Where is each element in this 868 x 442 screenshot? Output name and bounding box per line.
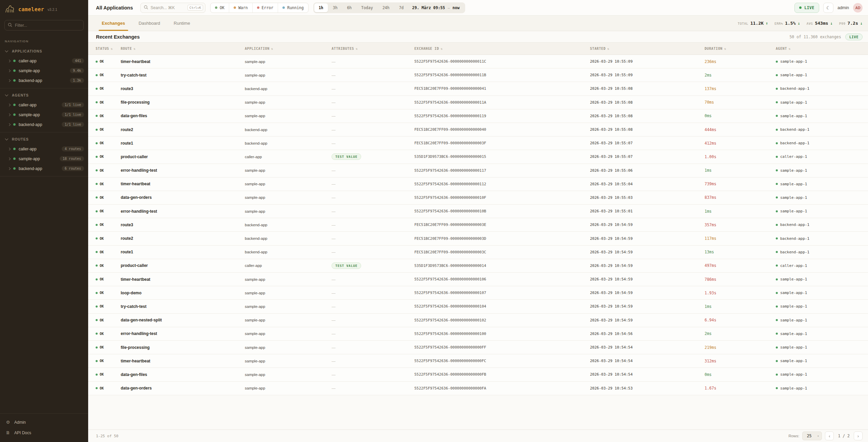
time-range-1h[interactable]: 1h <box>314 3 328 12</box>
table-row[interactable]: OKdata-gen-filessample-app—5522F5F975426… <box>88 109 868 123</box>
theme-toggle-button[interactable]: ☾ <box>823 3 833 13</box>
prev-page-button[interactable]: ‹ <box>825 432 834 440</box>
time-range-today[interactable]: Today <box>357 3 377 12</box>
sidebar-footer-api-docs[interactable]: 🗎API Docs <box>0 427 88 438</box>
table-row[interactable]: OKtry-catch-testsample-app—5522F5F975426… <box>88 300 868 313</box>
status-filter-warn[interactable]: Warn <box>229 3 253 13</box>
table-row[interactable]: OKroute3backend-app—FEC51BC20E7FF09-0000… <box>88 218 868 232</box>
agent-dot-icon <box>776 115 778 117</box>
column-header-attributes[interactable]: ATTRIBUTES⇅ <box>332 47 414 50</box>
status-filter-running[interactable]: Running <box>278 3 308 13</box>
tab-exchanges[interactable]: Exchanges <box>96 16 131 31</box>
next-page-button[interactable]: › <box>854 432 863 440</box>
sidebar-item-sample-app[interactable]: sample-app18 routes <box>0 154 88 164</box>
rows-per-page-label: Rows: <box>788 434 799 438</box>
table-row[interactable]: OKdata-gen-nested-splitsample-app—5522F5… <box>88 314 868 327</box>
tab-dashboard[interactable]: Dashboard <box>133 16 166 31</box>
cell-duration: 236ms <box>705 59 776 64</box>
live-toggle-button[interactable]: LIVE <box>794 3 819 13</box>
status-dot-icon <box>96 74 98 76</box>
table-row[interactable]: OKerror-handling-testsample-app—5522F5F9… <box>88 327 868 341</box>
table-row[interactable]: OKtimer-heartbeatsample-app—5522F5F97542… <box>88 55 868 68</box>
table-row[interactable]: OKtimer-heartbeatsample-app—5522F5F97542… <box>88 273 868 286</box>
status-label: OK <box>100 196 104 199</box>
cell-started: 2026-03-29 10:54:59 <box>590 291 705 295</box>
column-header-status[interactable]: STATUS⇅ <box>96 47 121 50</box>
status-dot-icon <box>96 101 98 103</box>
cell-application: sample-app <box>245 182 332 186</box>
time-range-6h[interactable]: 6h <box>342 3 356 12</box>
time-range-7d[interactable]: 7d <box>395 3 408 12</box>
sidebar-filter-input[interactable] <box>4 20 84 30</box>
sidebar-item-backend-app[interactable]: backend-app6 routes <box>0 164 88 173</box>
sidebar-item-caller-app[interactable]: caller-app4 routes <box>0 144 88 154</box>
table-row[interactable]: OKroute1backend-app—FEC51BC20E7FF09-0000… <box>88 136 868 150</box>
table-row[interactable]: OKdata-gen-filessample-app—5522F5F975426… <box>88 368 868 381</box>
column-header-application[interactable]: APPLICATION⇅ <box>245 47 332 50</box>
status-filter-label: Warn <box>238 5 248 10</box>
table-row[interactable]: OKproduct-callercaller-appTEST VALUE535D… <box>88 259 868 273</box>
date-from: 29. März 09:55 <box>412 5 445 10</box>
table-row[interactable]: OKroute2backend-app—FEC51BC20E7FF09-0000… <box>88 232 868 245</box>
table-row[interactable]: OKroute2backend-app—FEC51BC20E7FF09-0000… <box>88 123 868 136</box>
time-range-3h[interactable]: 3h <box>329 3 342 12</box>
sidebar-item-backend-app[interactable]: backend-app1/1 live <box>0 120 88 129</box>
cell-duration: 444ms <box>705 127 776 132</box>
agent-label: sample-app-1 <box>780 291 807 295</box>
time-range-24h[interactable]: 24h <box>378 3 394 12</box>
status-dot-icon <box>13 69 16 72</box>
app-logo[interactable]: cameleer v3.2.1 <box>0 0 88 17</box>
sidebar-item-caller-app[interactable]: caller-app441 <box>0 56 88 66</box>
table-row[interactable]: OKroute3backend-app—FEC51BC20E7FF09-0000… <box>88 82 868 96</box>
nav-section-header-applications[interactable]: APPLICATIONS <box>0 44 88 56</box>
column-header-exchange-id[interactable]: EXCHANGE ID⇅ <box>414 47 590 50</box>
table-row[interactable]: OKproduct-callercaller-appTEST VALUE535D… <box>88 150 868 164</box>
sidebar-item-sample-app[interactable]: sample-app9.4k <box>0 66 88 76</box>
search-box[interactable]: Ctrl+K <box>140 3 205 13</box>
table-row[interactable]: OKtry-catch-testsample-app—5522F5F975426… <box>88 68 868 82</box>
table-row[interactable]: OKdata-gen-orderssample-app—5522F5F97542… <box>88 382 868 395</box>
live-status-badge: LIVE <box>845 34 863 40</box>
cell-duration: 13ms <box>705 250 776 254</box>
table-row[interactable]: OKerror-handling-testsample-app—5522F5F9… <box>88 205 868 218</box>
table-row[interactable]: OKtimer-heartbeatsample-app—5522F5F97542… <box>88 354 868 368</box>
nav-section-header-routes[interactable]: ROUTES <box>0 132 88 144</box>
cell-started: 2026-03-29 10:54:59 <box>590 318 705 322</box>
agent-label: caller-app-1 <box>780 154 807 159</box>
table-row[interactable]: OKloop-demosample-app—5522F5F97542636-00… <box>88 286 868 300</box>
sidebar-item-sample-app[interactable]: sample-app1/1 live <box>0 110 88 120</box>
table-row[interactable]: OKfile-processingsample-app—5522F5F97542… <box>88 96 868 109</box>
status-filter-error[interactable]: Error <box>253 3 278 13</box>
agent-label: sample-app-1 <box>780 182 807 186</box>
cell-attributes: — <box>332 209 414 213</box>
table-row[interactable]: OKroute1backend-app—FEC51BC20E7FF09-0000… <box>88 246 868 259</box>
cell-application: backend-app <box>245 223 332 227</box>
agent-label: sample-app-1 <box>780 345 807 350</box>
sidebar-footer-admin[interactable]: ⚙Admin <box>0 417 88 427</box>
avatar[interactable]: AD <box>853 3 863 13</box>
tab-runtime[interactable]: Runtime <box>168 16 196 31</box>
cell-started: 2026-03-29 10:55:03 <box>590 195 705 200</box>
chevron-right-icon <box>8 147 11 150</box>
status-dot-icon <box>96 374 98 376</box>
cell-exchange-id: 5522F5F97542636-00000000000000FB <box>414 372 590 377</box>
status-filter-ok[interactable]: OK <box>211 3 229 13</box>
chevron-right-icon <box>8 157 11 160</box>
sidebar-item-caller-app[interactable]: caller-app1/1 live <box>0 100 88 110</box>
column-header-agent[interactable]: AGENT⇅ <box>776 47 868 50</box>
cell-agent: sample-app-1 <box>776 372 868 377</box>
column-header-started[interactable]: STARTED⇅ <box>590 47 705 50</box>
date-range-display[interactable]: 29. März 09:55–now <box>409 5 465 10</box>
column-header-route[interactable]: ROUTE⇅ <box>121 47 245 50</box>
nav-section-header-agents[interactable]: AGENTS <box>0 88 88 100</box>
sidebar-item-backend-app[interactable]: backend-app1.3k <box>0 76 88 85</box>
column-header-duration[interactable]: DURATION⇅ <box>705 47 776 50</box>
table-row[interactable]: OKerror-handling-testsample-app—5522F5F9… <box>88 164 868 177</box>
cell-agent: backend-app-1 <box>776 86 868 91</box>
rows-per-page-select[interactable]: 25 ▾ <box>802 432 822 440</box>
table-row[interactable]: OKdata-gen-orderssample-app—5522F5F97542… <box>88 191 868 205</box>
table-row[interactable]: OKfile-processingsample-app—5522F5F97542… <box>88 341 868 354</box>
table-row[interactable]: OKtimer-heartbeatsample-app—5522F5F97542… <box>88 177 868 191</box>
search-input[interactable] <box>151 5 185 10</box>
cell-route: product-caller <box>121 263 245 268</box>
